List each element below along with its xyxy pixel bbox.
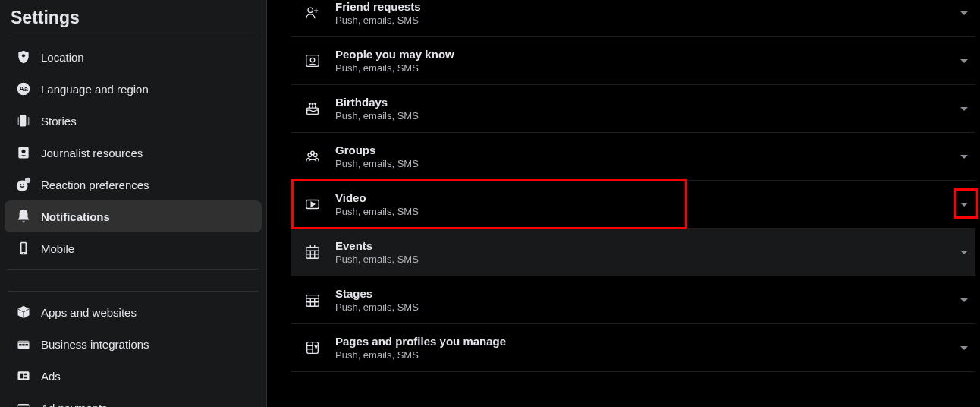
sidebar-item-business-integrations[interactable]: Business integrations [5, 328, 262, 360]
svg-rect-18 [26, 344, 28, 346]
sidebar-item-mobile[interactable]: Mobile [5, 232, 262, 264]
chevron-down-icon[interactable] [960, 203, 968, 207]
sidebar-item-label: Business integrations [41, 338, 149, 351]
sidebar-item-label: Language and region [41, 83, 149, 96]
mobile-icon [15, 240, 32, 257]
sidebar-divider [8, 36, 259, 36]
business-icon [15, 336, 32, 352]
sidebar-item-reaction-preferences[interactable]: Reaction preferences [5, 169, 262, 200]
stories-icon [15, 112, 32, 129]
ads-icon [15, 368, 32, 384]
row-title: Friend requests [335, 0, 421, 13]
apps-icon [15, 304, 32, 320]
row-subtitle: Push, emails, SMS [335, 349, 506, 361]
sidebar-item-label: Stories [41, 115, 77, 128]
chevron-down-icon[interactable] [960, 11, 968, 15]
row-title: Stages [335, 287, 419, 300]
svg-text:Aa: Aa [19, 85, 29, 93]
notification-row-groups[interactable]: GroupsPush, emails, SMS [291, 133, 975, 181]
notification-row-people-you-may-know[interactable]: People you may knowPush, emails, SMS [291, 37, 975, 85]
row-subtitle: Push, emails, SMS [335, 206, 419, 217]
sidebar-item-label: Location [41, 51, 84, 64]
settings-sidebar: Settings LocationAaLanguage and regionSt… [0, 0, 267, 407]
svg-rect-4 [18, 117, 20, 125]
sidebar-item-ads[interactable]: Ads [5, 360, 262, 392]
sidebar-item-label: Apps and websites [41, 306, 137, 319]
sidebar-item-notifications[interactable]: Notifications [5, 200, 262, 232]
language-icon: Aa [15, 80, 32, 97]
sidebar-item-label: Ads [41, 370, 61, 383]
svg-point-31 [312, 103, 313, 105]
svg-rect-38 [306, 295, 319, 307]
row-title: Events [335, 239, 419, 252]
notification-row-stages[interactable]: StagesPush, emails, SMS [291, 276, 975, 324]
sidebar-item-location[interactable]: Location [5, 41, 262, 73]
sidebar-item-journalist-resources[interactable]: Journalist resources [5, 137, 262, 169]
row-subtitle: Push, emails, SMS [335, 301, 419, 313]
video-icon [303, 195, 322, 213]
chevron-down-icon[interactable] [960, 59, 968, 63]
sidebar-item-apps-and-websites[interactable]: Apps and websites [5, 296, 262, 328]
svg-rect-21 [20, 374, 23, 379]
svg-point-11 [25, 178, 30, 183]
pages-icon [303, 339, 322, 357]
svg-point-0 [22, 54, 25, 57]
svg-rect-3 [20, 115, 26, 127]
svg-rect-20 [18, 371, 30, 380]
row-subtitle: Push, emails, SMS [335, 254, 419, 265]
sidebar-divider [8, 291, 259, 292]
row-subtitle: Push, emails, SMS [335, 110, 419, 121]
svg-rect-22 [24, 374, 27, 376]
events-icon [303, 243, 322, 261]
row-title: Birthdays [335, 96, 419, 109]
birthday-icon [303, 99, 322, 118]
row-title: Pages and profiles you manage [335, 335, 506, 348]
chevron-down-icon[interactable] [960, 107, 968, 111]
friend-request-icon [303, 4, 322, 22]
svg-point-10 [23, 184, 24, 185]
svg-point-7 [22, 150, 26, 153]
svg-rect-16 [19, 344, 21, 346]
row-title: People you may know [335, 48, 454, 61]
sidebar-item-label: Mobile [41, 242, 74, 255]
notifications-panel: Friend requestsPush, emails, SMSPeople y… [267, 0, 980, 407]
svg-point-9 [20, 184, 21, 185]
svg-rect-13 [22, 243, 26, 252]
notification-row-events[interactable]: EventsPush, emails, SMS [291, 229, 975, 276]
svg-rect-19 [18, 341, 30, 343]
sidebar-item-label: Notifications [41, 210, 110, 223]
sidebar-item-stories[interactable]: Stories [5, 105, 262, 137]
payments-icon [15, 399, 32, 407]
notification-row-video[interactable]: VideoPush, emails, SMS [291, 181, 975, 229]
svg-point-32 [315, 103, 316, 105]
notification-row-birthdays[interactable]: BirthdaysPush, emails, SMS [291, 85, 975, 133]
row-title: Video [335, 191, 419, 204]
chevron-down-icon[interactable] [960, 155, 968, 159]
notification-row-pages-and-profiles-you-manage[interactable]: Pages and profiles you managePush, email… [291, 324, 975, 372]
row-title: Groups [335, 144, 419, 156]
groups-icon [303, 147, 322, 166]
bell-icon [15, 208, 32, 225]
journalist-icon [15, 144, 32, 161]
notification-row-friend-requests[interactable]: Friend requestsPush, emails, SMS [291, 0, 975, 37]
chevron-down-icon[interactable] [960, 346, 968, 350]
svg-rect-37 [306, 248, 319, 259]
svg-rect-23 [24, 377, 27, 379]
reaction-icon [15, 176, 32, 193]
sidebar-item-label: Ad payments [41, 402, 108, 408]
svg-point-35 [311, 151, 315, 155]
row-subtitle: Push, emails, SMS [335, 14, 421, 26]
sidebar-item-ad-payments[interactable]: Ad payments [5, 392, 262, 407]
svg-point-28 [310, 58, 315, 62]
row-subtitle: Push, emails, SMS [335, 158, 419, 169]
location-shield-icon [15, 49, 32, 65]
sidebar-item-label: Journalist resources [41, 147, 143, 159]
svg-rect-5 [28, 117, 30, 125]
stages-icon [303, 291, 322, 309]
sidebar-item-language-and-region[interactable]: AaLanguage and region [5, 73, 262, 105]
chevron-down-icon[interactable] [960, 298, 968, 302]
chevron-down-icon[interactable] [960, 251, 968, 254]
row-subtitle: Push, emails, SMS [335, 62, 454, 74]
sidebar-title: Settings [0, 3, 266, 36]
svg-rect-17 [22, 344, 24, 346]
